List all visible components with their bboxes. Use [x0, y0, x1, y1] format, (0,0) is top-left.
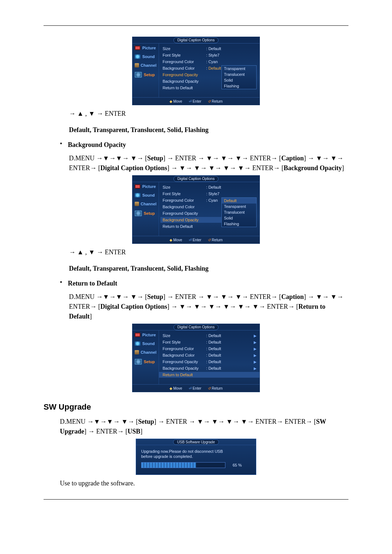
- sidebar-label: Setup: [144, 211, 155, 216]
- dropdown-option[interactable]: Solid: [222, 215, 256, 221]
- osd-title: Digital Caption Options: [173, 176, 219, 182]
- progress-bar: [141, 462, 225, 468]
- osd-main: SizeDefault▶ Font StyleDefault▶ Foregrou…: [159, 331, 260, 384]
- row-label-selected: Foreground Opacity: [163, 73, 206, 77]
- row-label: Size: [163, 185, 206, 189]
- sidebar-label: Channel: [141, 202, 156, 206]
- sidebar-item-channel[interactable]: Channel: [132, 61, 159, 70]
- osd-titlebar: Digital Caption Options: [132, 176, 260, 182]
- path-sw-upgrade: D.MENU →▼→▼→ ▼→ [Setup] → ENTER → ▼→ ▼→ …: [60, 417, 348, 436]
- sidebar-item-channel[interactable]: Channel: [132, 348, 159, 357]
- sound-icon: [135, 193, 140, 197]
- sidebar-label: Sound: [142, 341, 155, 346]
- dropdown-option[interactable]: Translucent: [222, 209, 256, 215]
- sidebar-item-setup[interactable]: Setup: [132, 70, 159, 80]
- progress-percent: 65 %: [233, 463, 251, 467]
- sidebar-label: Picture: [142, 46, 156, 50]
- picture-icon: [135, 333, 140, 337]
- footer-enter: Enter: [193, 99, 201, 103]
- bullet-label: Return to Default: [68, 279, 117, 288]
- row-label: Return to Default: [163, 224, 206, 229]
- dropdown-option[interactable]: Teansparent: [222, 204, 256, 209]
- sidebar-item-picture[interactable]: Picture: [132, 182, 159, 191]
- row-value: Default: [206, 360, 221, 364]
- row-label-selected: Background Opacity: [163, 218, 206, 222]
- dropdown-bg-opacity[interactable]: Default Teansparent Translucent Solid Fl…: [221, 197, 257, 227]
- row-value: Default: [206, 333, 221, 338]
- sound-icon: [135, 341, 140, 346]
- osd-panel: Digital Caption Options Picture Sound Ch…: [132, 324, 260, 392]
- dropdown-option[interactable]: Transparent: [222, 66, 256, 71]
- dropdown-option[interactable]: Flashing: [222, 83, 256, 89]
- row-value: Default: [206, 66, 221, 70]
- osd-footer: ◆ Move ⏎ Enter ↺ Return: [132, 236, 260, 243]
- row-label: Background Color: [163, 205, 206, 209]
- sidebar-item-sound[interactable]: Sound: [132, 339, 159, 348]
- row-label: Foreground Color: [163, 59, 206, 64]
- document-page: Digital Caption Options Picture Sound Ch…: [0, 0, 392, 525]
- nav-line: → ▲ , ▼ → ENTER: [69, 247, 348, 257]
- usb-panel: USB Software Upgrade Upgrading now.Pleas…: [136, 439, 256, 475]
- path-return: D.MENU →▼→▼→ ▼→ [Setup] → ENTER → ▼→ ▼→ …: [69, 292, 348, 321]
- osd-title: Digital Caption Options: [173, 324, 219, 330]
- row-label: Background Color: [163, 353, 206, 357]
- row-value: Default: [206, 353, 221, 357]
- osd-titlebar: Digital Caption Options: [132, 324, 260, 331]
- usb-message: Upgrading now.Please do not disconnect U…: [136, 445, 256, 462]
- chevron-right-icon: ▶: [254, 340, 257, 344]
- row-value: Default: [206, 46, 221, 51]
- heading-sw-upgrade: SW Upgrade: [44, 402, 348, 412]
- sidebar-item-sound[interactable]: Sound: [132, 191, 159, 200]
- row-label: Foreground Color: [163, 346, 206, 351]
- sidebar-item-channel[interactable]: Channel: [132, 200, 159, 208]
- chevron-right-icon: ▶: [254, 353, 257, 357]
- osd-screenshot-1: Digital Caption Options Picture Sound Ch…: [44, 37, 348, 105]
- row-label: Font Style: [163, 53, 206, 57]
- usb-title: USB Software Upgrade: [173, 439, 219, 445]
- setup-icon: [135, 210, 142, 216]
- row-value: Default: [206, 185, 221, 189]
- dropdown-option[interactable]: Translucent: [222, 71, 256, 77]
- options-line: Default, Transparent, Translucent, Solid…: [69, 264, 348, 274]
- footer-move: Move: [173, 99, 182, 103]
- row-value: Style7: [206, 53, 220, 57]
- usb-screenshot: USB Software Upgrade Upgrading now.Pleas…: [44, 439, 348, 475]
- top-rule: [44, 25, 348, 26]
- sidebar-label: Sound: [142, 193, 155, 197]
- dropdown-fg-opacity[interactable]: Transparent Translucent Solid Flashing: [221, 65, 257, 89]
- row-label: Font Style: [163, 192, 206, 196]
- use-line: Use to upgrade the software.: [60, 479, 348, 488]
- sidebar-label: Channel: [141, 350, 156, 354]
- osd-panel: Digital Caption Options Picture Sound Ch…: [132, 37, 260, 105]
- row-value: Cyan: [206, 198, 218, 202]
- dropdown-option[interactable]: Flashing: [222, 221, 256, 227]
- usb-msg-line: before upgrade is completed.: [141, 454, 251, 459]
- setup-icon: [135, 72, 142, 78]
- channel-icon: [135, 63, 139, 67]
- sidebar-item-setup[interactable]: Setup: [132, 357, 159, 367]
- usb-titlebar: USB Software Upgrade: [136, 439, 256, 445]
- sidebar-item-picture[interactable]: Picture: [132, 44, 159, 52]
- row-label: Foreground Opacity: [163, 360, 206, 364]
- row-label: Return to Default: [163, 86, 206, 90]
- sidebar-label: Setup: [144, 360, 155, 364]
- osd-title: Digital Caption Options: [173, 37, 219, 43]
- usb-msg-line: Upgrading now.Please do not disconnect U…: [141, 449, 251, 454]
- picture-icon: [135, 46, 140, 50]
- sidebar-label: Channel: [141, 63, 156, 67]
- usb-progress-row: 65 %: [136, 462, 256, 468]
- row-label: Size: [163, 333, 206, 338]
- sidebar-item-setup[interactable]: Setup: [132, 208, 159, 218]
- row-value: Default: [206, 340, 221, 344]
- sidebar-label: Sound: [142, 54, 155, 59]
- footer-move: Move: [173, 238, 182, 242]
- sidebar-item-sound[interactable]: Sound: [132, 52, 159, 61]
- osd-screenshot-2: Digital Caption Options Picture Sound Ch…: [44, 175, 348, 244]
- sidebar-item-picture[interactable]: Picture: [132, 331, 159, 339]
- sidebar-label: Setup: [144, 73, 155, 77]
- osd-footer: ◆ Move ⏎ Enter ↺ Return: [132, 384, 260, 392]
- dropdown-option[interactable]: Default: [222, 198, 256, 204]
- picture-icon: [135, 184, 140, 189]
- row-value: Cyan: [206, 59, 218, 64]
- dropdown-option[interactable]: Solid: [222, 77, 256, 83]
